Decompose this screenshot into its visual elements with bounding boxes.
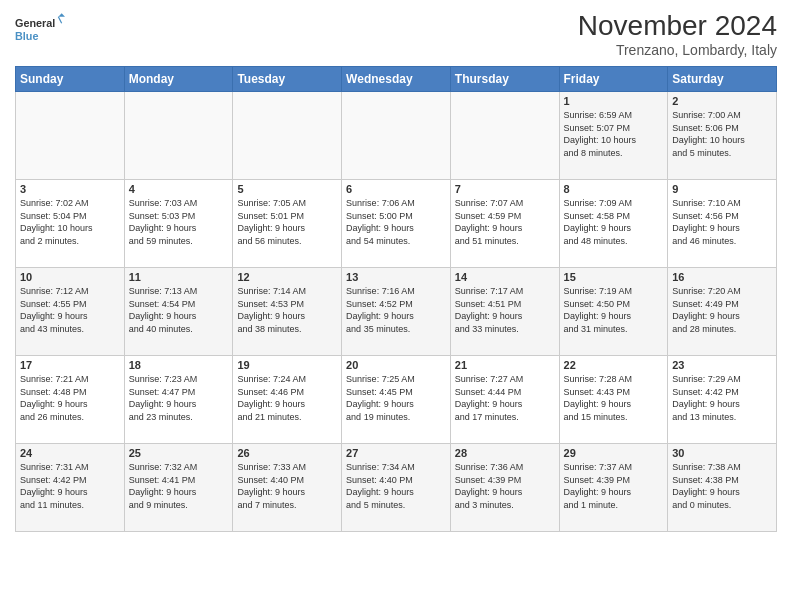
cell-week2-day3: 5Sunrise: 7:05 AM Sunset: 5:01 PM Daylig… bbox=[233, 180, 342, 268]
day-info: Sunrise: 7:27 AM Sunset: 4:44 PM Dayligh… bbox=[455, 373, 555, 423]
cell-week3-day7: 16Sunrise: 7:20 AM Sunset: 4:49 PM Dayli… bbox=[668, 268, 777, 356]
col-saturday: Saturday bbox=[668, 67, 777, 92]
day-info: Sunrise: 7:38 AM Sunset: 4:38 PM Dayligh… bbox=[672, 461, 772, 511]
svg-line-3 bbox=[58, 17, 61, 24]
day-number: 5 bbox=[237, 183, 337, 195]
week-row-1: 1Sunrise: 6:59 AM Sunset: 5:07 PM Daylig… bbox=[16, 92, 777, 180]
day-info: Sunrise: 7:14 AM Sunset: 4:53 PM Dayligh… bbox=[237, 285, 337, 335]
day-number: 1 bbox=[564, 95, 664, 107]
day-number: 26 bbox=[237, 447, 337, 459]
day-info: Sunrise: 7:03 AM Sunset: 5:03 PM Dayligh… bbox=[129, 197, 229, 247]
logo-svg: General Blue bbox=[15, 10, 65, 50]
day-info: Sunrise: 7:36 AM Sunset: 4:39 PM Dayligh… bbox=[455, 461, 555, 511]
cell-week1-day1 bbox=[16, 92, 125, 180]
day-number: 25 bbox=[129, 447, 229, 459]
day-info: Sunrise: 7:25 AM Sunset: 4:45 PM Dayligh… bbox=[346, 373, 446, 423]
day-info: Sunrise: 7:28 AM Sunset: 4:43 PM Dayligh… bbox=[564, 373, 664, 423]
day-info: Sunrise: 6:59 AM Sunset: 5:07 PM Dayligh… bbox=[564, 109, 664, 159]
day-number: 4 bbox=[129, 183, 229, 195]
day-number: 21 bbox=[455, 359, 555, 371]
day-info: Sunrise: 7:13 AM Sunset: 4:54 PM Dayligh… bbox=[129, 285, 229, 335]
svg-text:Blue: Blue bbox=[15, 30, 38, 42]
cell-week2-day5: 7Sunrise: 7:07 AM Sunset: 4:59 PM Daylig… bbox=[450, 180, 559, 268]
cell-week4-day2: 18Sunrise: 7:23 AM Sunset: 4:47 PM Dayli… bbox=[124, 356, 233, 444]
day-info: Sunrise: 7:33 AM Sunset: 4:40 PM Dayligh… bbox=[237, 461, 337, 511]
week-row-3: 10Sunrise: 7:12 AM Sunset: 4:55 PM Dayli… bbox=[16, 268, 777, 356]
week-row-4: 17Sunrise: 7:21 AM Sunset: 4:48 PM Dayli… bbox=[16, 356, 777, 444]
cell-week5-day7: 30Sunrise: 7:38 AM Sunset: 4:38 PM Dayli… bbox=[668, 444, 777, 532]
day-info: Sunrise: 7:00 AM Sunset: 5:06 PM Dayligh… bbox=[672, 109, 772, 159]
cell-week3-day1: 10Sunrise: 7:12 AM Sunset: 4:55 PM Dayli… bbox=[16, 268, 125, 356]
day-info: Sunrise: 7:31 AM Sunset: 4:42 PM Dayligh… bbox=[20, 461, 120, 511]
day-info: Sunrise: 7:16 AM Sunset: 4:52 PM Dayligh… bbox=[346, 285, 446, 335]
day-number: 11 bbox=[129, 271, 229, 283]
cell-week2-day1: 3Sunrise: 7:02 AM Sunset: 5:04 PM Daylig… bbox=[16, 180, 125, 268]
col-tuesday: Tuesday bbox=[233, 67, 342, 92]
day-info: Sunrise: 7:24 AM Sunset: 4:46 PM Dayligh… bbox=[237, 373, 337, 423]
day-info: Sunrise: 7:20 AM Sunset: 4:49 PM Dayligh… bbox=[672, 285, 772, 335]
day-number: 23 bbox=[672, 359, 772, 371]
day-number: 15 bbox=[564, 271, 664, 283]
day-number: 29 bbox=[564, 447, 664, 459]
day-number: 18 bbox=[129, 359, 229, 371]
day-number: 28 bbox=[455, 447, 555, 459]
day-number: 10 bbox=[20, 271, 120, 283]
day-info: Sunrise: 7:05 AM Sunset: 5:01 PM Dayligh… bbox=[237, 197, 337, 247]
day-number: 14 bbox=[455, 271, 555, 283]
cell-week1-day4 bbox=[342, 92, 451, 180]
cell-week2-day4: 6Sunrise: 7:06 AM Sunset: 5:00 PM Daylig… bbox=[342, 180, 451, 268]
logo: General Blue bbox=[15, 10, 65, 50]
cell-week3-day5: 14Sunrise: 7:17 AM Sunset: 4:51 PM Dayli… bbox=[450, 268, 559, 356]
day-number: 16 bbox=[672, 271, 772, 283]
cell-week2-day2: 4Sunrise: 7:03 AM Sunset: 5:03 PM Daylig… bbox=[124, 180, 233, 268]
cell-week1-day5 bbox=[450, 92, 559, 180]
col-wednesday: Wednesday bbox=[342, 67, 451, 92]
svg-marker-2 bbox=[58, 13, 65, 16]
day-number: 24 bbox=[20, 447, 120, 459]
calendar-header-row: Sunday Monday Tuesday Wednesday Thursday… bbox=[16, 67, 777, 92]
week-row-5: 24Sunrise: 7:31 AM Sunset: 4:42 PM Dayli… bbox=[16, 444, 777, 532]
cell-week1-day7: 2Sunrise: 7:00 AM Sunset: 5:06 PM Daylig… bbox=[668, 92, 777, 180]
day-number: 2 bbox=[672, 95, 772, 107]
cell-week1-day6: 1Sunrise: 6:59 AM Sunset: 5:07 PM Daylig… bbox=[559, 92, 668, 180]
day-number: 9 bbox=[672, 183, 772, 195]
cell-week5-day5: 28Sunrise: 7:36 AM Sunset: 4:39 PM Dayli… bbox=[450, 444, 559, 532]
calendar-table: Sunday Monday Tuesday Wednesday Thursday… bbox=[15, 66, 777, 532]
day-info: Sunrise: 7:32 AM Sunset: 4:41 PM Dayligh… bbox=[129, 461, 229, 511]
day-number: 27 bbox=[346, 447, 446, 459]
day-info: Sunrise: 7:19 AM Sunset: 4:50 PM Dayligh… bbox=[564, 285, 664, 335]
day-info: Sunrise: 7:07 AM Sunset: 4:59 PM Dayligh… bbox=[455, 197, 555, 247]
location-subtitle: Trenzano, Lombardy, Italy bbox=[578, 42, 777, 58]
day-number: 20 bbox=[346, 359, 446, 371]
cell-week5-day4: 27Sunrise: 7:34 AM Sunset: 4:40 PM Dayli… bbox=[342, 444, 451, 532]
cell-week3-day6: 15Sunrise: 7:19 AM Sunset: 4:50 PM Dayli… bbox=[559, 268, 668, 356]
cell-week3-day3: 12Sunrise: 7:14 AM Sunset: 4:53 PM Dayli… bbox=[233, 268, 342, 356]
day-info: Sunrise: 7:06 AM Sunset: 5:00 PM Dayligh… bbox=[346, 197, 446, 247]
day-number: 6 bbox=[346, 183, 446, 195]
title-block: November 2024 Trenzano, Lombardy, Italy bbox=[578, 10, 777, 58]
day-number: 7 bbox=[455, 183, 555, 195]
day-info: Sunrise: 7:23 AM Sunset: 4:47 PM Dayligh… bbox=[129, 373, 229, 423]
day-info: Sunrise: 7:02 AM Sunset: 5:04 PM Dayligh… bbox=[20, 197, 120, 247]
day-info: Sunrise: 7:12 AM Sunset: 4:55 PM Dayligh… bbox=[20, 285, 120, 335]
month-title: November 2024 bbox=[578, 10, 777, 42]
cell-week4-day3: 19Sunrise: 7:24 AM Sunset: 4:46 PM Dayli… bbox=[233, 356, 342, 444]
day-info: Sunrise: 7:10 AM Sunset: 4:56 PM Dayligh… bbox=[672, 197, 772, 247]
cell-week5-day2: 25Sunrise: 7:32 AM Sunset: 4:41 PM Dayli… bbox=[124, 444, 233, 532]
cell-week1-day2 bbox=[124, 92, 233, 180]
cell-week4-day1: 17Sunrise: 7:21 AM Sunset: 4:48 PM Dayli… bbox=[16, 356, 125, 444]
calendar-page: General Blue November 2024 Trenzano, Lom… bbox=[0, 0, 792, 612]
cell-week1-day3 bbox=[233, 92, 342, 180]
cell-week4-day4: 20Sunrise: 7:25 AM Sunset: 4:45 PM Dayli… bbox=[342, 356, 451, 444]
day-number: 3 bbox=[20, 183, 120, 195]
day-info: Sunrise: 7:37 AM Sunset: 4:39 PM Dayligh… bbox=[564, 461, 664, 511]
day-number: 13 bbox=[346, 271, 446, 283]
day-number: 17 bbox=[20, 359, 120, 371]
cell-week4-day6: 22Sunrise: 7:28 AM Sunset: 4:43 PM Dayli… bbox=[559, 356, 668, 444]
header: General Blue November 2024 Trenzano, Lom… bbox=[15, 10, 777, 58]
day-info: Sunrise: 7:21 AM Sunset: 4:48 PM Dayligh… bbox=[20, 373, 120, 423]
day-info: Sunrise: 7:09 AM Sunset: 4:58 PM Dayligh… bbox=[564, 197, 664, 247]
cell-week5-day3: 26Sunrise: 7:33 AM Sunset: 4:40 PM Dayli… bbox=[233, 444, 342, 532]
cell-week5-day1: 24Sunrise: 7:31 AM Sunset: 4:42 PM Dayli… bbox=[16, 444, 125, 532]
week-row-2: 3Sunrise: 7:02 AM Sunset: 5:04 PM Daylig… bbox=[16, 180, 777, 268]
